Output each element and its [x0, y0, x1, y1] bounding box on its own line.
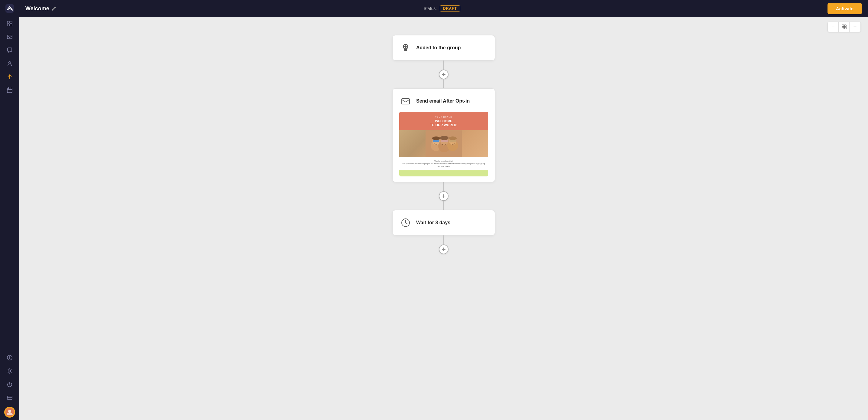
status-label: Status: — [424, 6, 437, 11]
welcome-text-line2: TO OUR WORLD! — [402, 123, 485, 127]
add-node-btn-2[interactable] — [439, 191, 448, 201]
email-photo — [399, 130, 488, 157]
wait-node[interactable]: Wait for 3 days — [392, 210, 495, 235]
svg-point-30 — [432, 137, 440, 140]
sidebar-item-email[interactable] — [4, 31, 16, 43]
flow-container: Added to the group Se — [392, 29, 495, 254]
svg-rect-3 — [7, 24, 9, 26]
connector-1 — [443, 60, 444, 69]
sidebar-item-billing[interactable] — [4, 392, 16, 404]
topbar: Welcome Status: DRAFT Activate — [19, 0, 868, 17]
email-footer — [399, 170, 488, 176]
activate-button[interactable]: Activate — [828, 3, 862, 14]
svg-rect-5 — [7, 35, 12, 39]
workflow-canvas: − + — [19, 17, 868, 420]
sidebar-item-calendar[interactable] — [4, 84, 16, 96]
trigger-node[interactable]: Added to the group — [392, 35, 495, 60]
add-node-btn-3[interactable] — [439, 245, 448, 254]
svg-rect-15 — [844, 25, 846, 27]
topbar-title-area: Welcome — [25, 5, 57, 12]
wait-icon — [399, 216, 412, 229]
svg-point-32 — [449, 137, 457, 140]
sidebar-item-dashboard[interactable] — [4, 18, 16, 30]
sidebar-item-info[interactable] — [4, 352, 16, 364]
svg-point-10 — [9, 370, 10, 372]
zoom-fit-button[interactable] — [839, 22, 849, 32]
add-node-btn-1[interactable] — [439, 69, 448, 79]
connector-3 — [443, 182, 444, 191]
connector-4 — [443, 201, 444, 210]
svg-rect-2 — [10, 21, 12, 23]
connector-2 — [443, 79, 444, 88]
sidebar-item-chat[interactable] — [4, 44, 16, 56]
email-body-line: We appreciate you deciding to join our w… — [402, 163, 485, 168]
svg-point-31 — [440, 136, 448, 140]
email-send-icon — [399, 95, 412, 107]
svg-rect-14 — [842, 25, 844, 27]
email-node[interactable]: Send email After Opt-in YOUR BRAND WELCO… — [392, 88, 495, 182]
svg-rect-7 — [7, 88, 12, 92]
welcome-text-line1: WELCOME — [402, 119, 485, 123]
main-area: Welcome Status: DRAFT Activate − — [19, 0, 868, 420]
trigger-icon — [399, 41, 412, 54]
email-node-header: Send email After Opt-in — [399, 95, 488, 107]
brand-label: YOUR BRAND — [402, 116, 485, 118]
zoom-controls: − + — [828, 22, 861, 32]
svg-point-9 — [9, 357, 10, 357]
zoom-out-button[interactable]: − — [828, 22, 839, 32]
svg-point-6 — [9, 62, 11, 64]
svg-rect-11 — [7, 396, 12, 399]
svg-rect-4 — [10, 24, 12, 26]
topbar-center: Status: DRAFT — [57, 5, 828, 11]
email-preview: YOUR BRAND WELCOME TO OUR WORLD! — [399, 112, 488, 176]
svg-rect-17 — [844, 27, 846, 29]
email-node-title: Send email After Opt-in — [416, 99, 470, 104]
zoom-in-button[interactable]: + — [849, 22, 861, 32]
svg-rect-1 — [7, 21, 9, 23]
svg-rect-16 — [842, 27, 844, 29]
status-badge: DRAFT — [440, 5, 460, 11]
wait-node-title: Wait for 3 days — [416, 220, 450, 225]
sidebar-item-settings[interactable] — [4, 365, 16, 377]
sidebar-item-power[interactable] — [4, 378, 16, 390]
sidebar-item-contacts[interactable] — [4, 57, 16, 69]
page-title: Welcome — [25, 5, 49, 12]
email-thanks-line: Thanks for subscribing! — [402, 160, 485, 163]
email-preview-inner: YOUR BRAND WELCOME TO OUR WORLD! — [399, 112, 488, 176]
email-body-text: Thanks for subscribing! We appreciate yo… — [399, 157, 488, 170]
connector-5 — [443, 235, 444, 245]
sidebar — [0, 0, 19, 420]
edit-title-icon[interactable] — [52, 6, 57, 11]
svg-rect-19 — [402, 99, 409, 104]
avatar[interactable] — [4, 407, 15, 418]
svg-point-13 — [8, 410, 11, 413]
email-preview-header: YOUR BRAND WELCOME TO OUR WORLD! — [399, 112, 488, 130]
sidebar-item-automations[interactable] — [4, 71, 16, 83]
app-logo[interactable] — [4, 2, 16, 15]
trigger-node-title: Added to the group — [416, 45, 461, 51]
